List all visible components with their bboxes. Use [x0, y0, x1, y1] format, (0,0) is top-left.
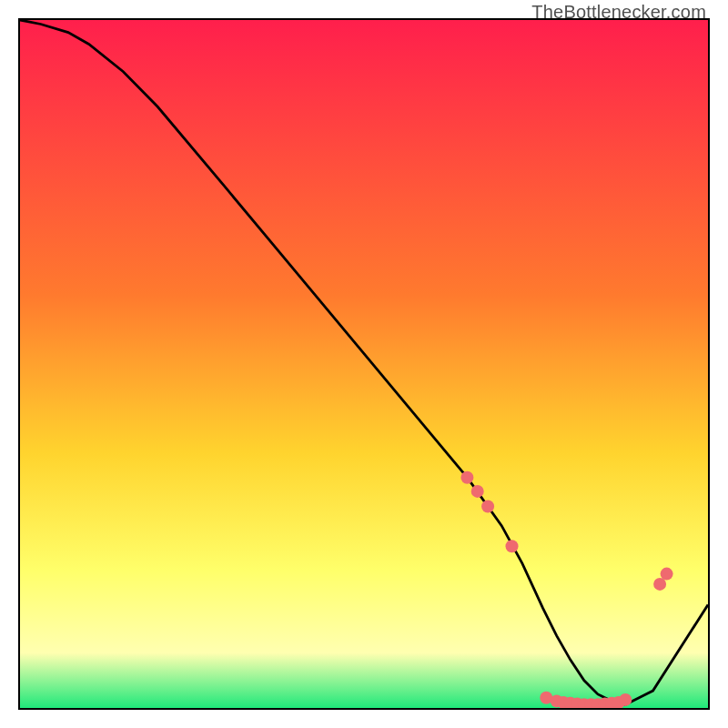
data-marker [471, 485, 484, 498]
data-marker [506, 540, 519, 552]
heatmap-background [20, 20, 708, 708]
data-marker [460, 471, 473, 484]
chart-container: TheBottlenecker.com [0, 0, 728, 728]
data-marker [619, 693, 632, 706]
data-marker [481, 500, 494, 513]
data-marker [661, 568, 673, 581]
plot-svg [20, 20, 708, 708]
plot-frame [18, 18, 710, 710]
